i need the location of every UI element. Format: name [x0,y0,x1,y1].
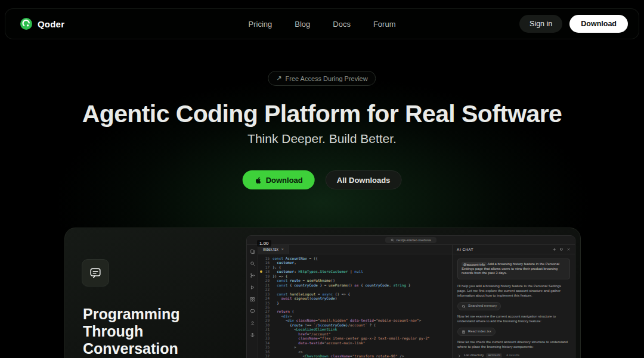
feature-block: Programming Through Conversation [82,259,219,357]
line-number: 22 [258,287,273,291]
tab-label: index.tsx [263,247,278,251]
code-line: 22 [258,287,452,291]
apple-icon [255,176,262,184]
code-text: const handleLogout = async () => { [273,292,350,296]
ai-chat-panel: AI CHAT @account-info Add a browsing his… [452,245,575,358]
line-number: 18 [258,269,273,273]
line-number: 29 [258,318,273,322]
chat-body: @account-info Add a browsing history fea… [453,254,575,358]
code-line: 20 const route = usePathname() [258,278,452,282]
line-number: 30 [258,323,273,327]
code-line: 17}: { [258,265,452,269]
code-line: 36 <> [258,350,452,354]
line-number: 20 [258,278,273,282]
search-icon [391,238,394,242]
command-search-bar[interactable]: nextjs-starter-medusa [385,237,436,243]
cta-buttons: Download All Downloads [243,170,402,189]
trend-arrow-icon: ↗ [276,74,281,82]
code-text: const route = usePathname() [273,278,335,282]
tool-label: List directory [464,353,484,358]
close-icon[interactable]: × [281,247,284,251]
code-line: 37 <ChevronDown className="transform rot… [258,354,452,358]
ide-main: index.tsx × 15const AccountNav = ({16 cu… [247,245,575,358]
sign-in-button[interactable]: Sign in [519,15,562,33]
chat-icon[interactable] [249,308,255,314]
code-text: data-testid="account-main-link" [273,341,365,345]
preview-badge: ↗ Free Access During Preview [268,71,376,86]
code-line: 24 await signout(countryCode) [258,296,452,300]
profile-icon[interactable] [249,320,255,326]
all-downloads-button[interactable]: All Downloads [326,170,402,189]
code-text: <> [273,350,303,354]
chevron-right-icon [457,354,462,358]
code-line: 23 const handleLogout = async () => { [258,292,452,296]
code-line: 16 customer, [258,260,452,264]
nav-download-button[interactable]: Download [569,15,628,33]
debug-icon[interactable] [249,284,255,290]
line-number: 17 [258,265,273,269]
line-number: 36 [258,350,273,354]
nav-link-docs[interactable]: Docs [333,20,351,29]
line-number: 24 [258,296,273,300]
activity-bar [247,245,258,358]
page-subtitle: Think Deeper. Build Better. [0,132,644,146]
nav-link-pricing[interactable]: Pricing [249,20,273,29]
assistant-text: I'll help you add a browsing history fea… [457,284,570,298]
files-icon[interactable] [249,248,255,254]
line-number: 26 [258,305,273,309]
tool-label: Searched memory [468,304,497,309]
code-line: 28 <div> [258,314,452,318]
page: Qoder PricingBlogDocsForum Sign in Downl… [0,0,644,358]
chat-bubble-icon [82,259,109,287]
code-text: customer, [273,260,296,264]
code-text: <LocalizedClientLink [273,327,337,331]
assistant-text: Now let me examine the current account n… [457,315,570,323]
source-control-icon[interactable] [249,272,255,278]
code-text: <div> [273,314,292,318]
chat-header: AI CHAT [453,245,575,254]
search-icon[interactable] [249,260,255,266]
code-line: 34 data-testid="account-main-link" [258,341,452,345]
nav-actions: Sign in Download [519,15,628,33]
nav-link-blog[interactable]: Blog [295,20,310,29]
tool-call[interactable]: List directoryaccount4 results [457,353,570,358]
feature-heading: Programming Through Conversation [83,306,187,357]
code-line: 21 const { countryCode } = useParams() a… [258,283,452,287]
hero-download-button[interactable]: Download [243,170,315,189]
line-number: 35 [258,345,273,349]
chat-title: AI CHAT [457,248,473,251]
settings-icon[interactable] [249,332,255,338]
workspace-name: nextjs-starter-medusa [396,238,431,242]
chat-header-icons [552,247,571,251]
qoder-logo-icon [20,17,33,30]
code-line: 19}) => { [258,274,452,278]
extensions-icon[interactable] [249,296,255,302]
plus-icon[interactable] [552,247,556,251]
code-text: className="flex items-center gap-x-2 tex… [273,336,430,340]
code-line: 33 className="flex items-center gap-x-2 … [258,336,452,340]
close-icon[interactable] [566,247,571,251]
line-number: 34 [258,341,273,345]
editor-tabbar: index.tsx × [258,245,452,254]
tool-count: 4 results [506,353,519,358]
code-text: const { countryCode } = useParams() as {… [273,283,410,287]
tool-call[interactable]: Read index.tsx [457,328,496,336]
brand[interactable]: Qoder [20,17,64,30]
preview-badge-label: Free Access During Preview [286,75,368,82]
mention-chip: @account-info [462,262,487,266]
search-icon [462,304,466,309]
line-number: 27 [258,309,273,313]
file-icon [462,330,466,334]
page-title: Agentic Coding Platform for Real Softwar… [0,99,644,129]
code-text: <div className="small:hidden" data-testi… [273,318,421,322]
line-number: 23 [258,292,273,296]
nav-link-forum[interactable]: Forum [373,20,396,29]
playback-speed-overlay: 1.00 [257,240,271,247]
code-line: 25 } [258,301,452,305]
code-text: customer: HttpTypes.StoreCustomer | null [273,269,363,273]
code-line: 15const AccountNav = ({ [258,256,452,260]
tool-call[interactable]: Searched memory [457,302,501,310]
code-line: 29 <div className="small:hidden" data-te… [258,318,452,322]
history-icon[interactable] [559,247,564,251]
brand-name: Qoder [38,19,64,29]
